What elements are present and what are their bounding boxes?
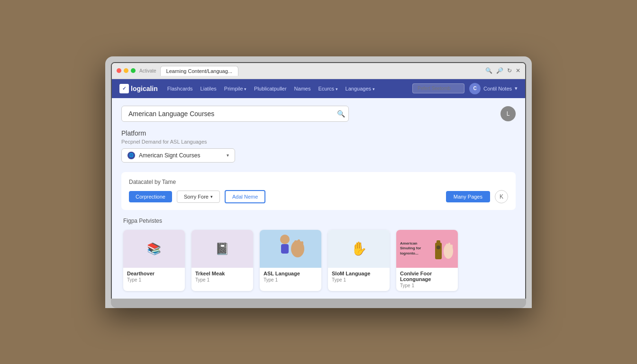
course-card-3[interactable]: ASL Language Type 1 (260, 230, 321, 291)
nav-right: C Contil Notes ▾ (412, 83, 518, 94)
search-icon-1[interactable]: 🔍 (485, 67, 492, 74)
filter-section: Datacatel by Tame Corprectione Sorry For… (121, 172, 516, 210)
svg-rect-7 (437, 240, 440, 244)
nav-logo: ✓ logicalin (119, 84, 158, 93)
traffic-lights (117, 68, 136, 73)
cards-grid: 📚 Dearthover Type 1 📓 Trkeel M (123, 230, 514, 291)
svg-rect-12 (451, 245, 453, 249)
maximize-button[interactable] (131, 68, 136, 73)
course-card-4[interactable]: ✋ SloM Language Type 1 (328, 230, 390, 291)
browser-chrome: Activate Learning Content/Languag... 🔍 🔎… (112, 63, 525, 79)
card-thumb-2: 📓 (191, 230, 253, 268)
nav-names[interactable]: Names (294, 86, 311, 91)
corrections-button[interactable]: Corprectione (129, 191, 172, 202)
nav-user: C Contil Notes ▾ (469, 83, 518, 94)
chevron-down-icon: ▾ (227, 153, 229, 158)
nav-flashcards[interactable]: Flashcards (167, 86, 193, 91)
add-name-button[interactable]: Adal Neme (225, 190, 265, 203)
svg-rect-3 (294, 240, 297, 247)
card-type-2: Type 1 (195, 277, 249, 282)
main-content: 🔍 L Platform Pecpnel Demand for ASL Lang… (112, 98, 525, 299)
laptop-base (111, 299, 526, 308)
card-body-5: Conlvie Foor Lcongunage Type 1 (396, 268, 458, 291)
user-initial: C (473, 86, 476, 91)
search-icon-2[interactable]: 🔎 (496, 67, 503, 74)
nav-search-input[interactable] (412, 83, 464, 93)
card-title-3: ASL Language (264, 271, 318, 276)
card-illustration-3 (260, 230, 321, 268)
card-type-5: Type 1 (400, 283, 454, 288)
filter-title: Datacatel by Tame (129, 179, 508, 185)
nav-languages[interactable]: Languages (346, 86, 375, 91)
svg-rect-11 (448, 243, 450, 249)
user-label: Contil Notes (483, 86, 512, 91)
card-body-4: SloM Language Type 1 (328, 268, 390, 285)
filter-buttons: Corprectione Sorry Fore Adal Neme Many P… (129, 190, 508, 203)
hand-illustration (433, 233, 454, 264)
platform-dropdown-icon: 🌐 (127, 152, 135, 159)
minimize-button[interactable] (124, 68, 128, 73)
card-thumb-4: ✋ (328, 230, 390, 268)
card-body-2: Trkeel Meak Type 1 (191, 268, 253, 285)
card-overlay-text: American Sinuling for logrento... (400, 241, 426, 256)
card-title-1: Dearthover (127, 271, 181, 276)
platform-section: Platform Pecpnel Demand for ASL Language… (121, 129, 516, 163)
circle-k-button[interactable]: K (495, 190, 508, 203)
course-card-5[interactable]: American Sinuling for logrento... (396, 230, 458, 291)
laptop-screen: Activate Learning Content/Languag... 🔍 🔎… (111, 62, 526, 300)
course-card-1[interactable]: 📚 Dearthover Type 1 (123, 230, 185, 291)
svg-rect-10 (446, 244, 448, 249)
card-type-3: Type 1 (264, 277, 318, 282)
search-input-wrapper: 🔍 (121, 106, 349, 122)
browser-address-start: Activate (139, 68, 156, 73)
card-icon-2: 📓 (215, 242, 229, 255)
tab-label: Learning Content/Languag... (166, 68, 232, 74)
card-type-4: Type 1 (332, 277, 386, 282)
card-body-1: Dearthover Type 1 (123, 268, 185, 285)
card-type-1: Type 1 (127, 277, 181, 282)
platform-sublabel: Pecpnel Demand for ASL Languages (121, 139, 516, 145)
close-button[interactable] (117, 68, 121, 73)
card-icon-1: 📚 (147, 242, 161, 255)
minimize-icon[interactable]: ✕ (516, 67, 520, 74)
asl-illustration (272, 231, 309, 266)
search-container: 🔍 L (121, 106, 516, 122)
svg-rect-1 (281, 244, 289, 254)
nav-liatiles[interactable]: Liatiles (200, 86, 217, 91)
laptop-outer: Activate Learning Content/Languag... 🔍 🔎… (105, 56, 532, 308)
card-title-2: Trkeel Meak (195, 271, 249, 276)
card-icon-4: ✋ (351, 241, 367, 256)
refresh-icon[interactable]: ↻ (507, 67, 512, 74)
card-title-5: Conlvie Foor Lcongunage (400, 271, 454, 282)
navbar: ✓ logicalin Flashcards Liatiles Primpile… (112, 79, 525, 98)
card-thumb-5: American Sinuling for logrento... (396, 230, 458, 268)
search-icon[interactable]: 🔍 (337, 110, 345, 118)
cards-section: Figpa Petvistes 📚 Dearthover Type 1 (121, 218, 516, 291)
browser-tab[interactable]: Learning Content/Languag... (160, 66, 238, 76)
cards-section-title: Figpa Petvistes (123, 218, 514, 224)
many-pages-button[interactable]: Many Pages (446, 191, 490, 202)
svg-rect-5 (301, 241, 303, 247)
nav-primpile[interactable]: Primpile (224, 86, 246, 91)
svg-point-8 (437, 246, 440, 249)
svg-point-0 (280, 235, 290, 244)
card-thumb-1: 📚 (123, 230, 185, 268)
platform-label: Platform (121, 129, 516, 137)
nav-plublicatpuller[interactable]: Plublicatpuller (254, 86, 286, 91)
nav-links: Flashcards Liatiles Primpile Plublicatpu… (167, 86, 375, 91)
logo-text: logicalin (131, 85, 158, 92)
course-card-2[interactable]: 📓 Trkeel Meak Type 1 (191, 230, 253, 291)
card-title-4: SloM Language (332, 271, 386, 276)
sorry-fore-button[interactable]: Sorry Fore (177, 191, 220, 203)
user-avatar: C (469, 83, 481, 94)
nav-ecurcs[interactable]: Ecurcs (318, 86, 337, 91)
user-circle-icon: L (500, 106, 516, 121)
platform-dropdown[interactable]: 🌐 American Signt Courses ▾ (121, 148, 235, 163)
user-dropdown-icon[interactable]: ▾ (515, 85, 518, 91)
logo-icon: ✓ (119, 84, 129, 93)
platform-dropdown-value: American Signt Courses (139, 152, 200, 159)
search-input[interactable] (121, 106, 349, 122)
browser-icons: 🔍 🔎 ↻ ✕ (485, 67, 520, 74)
svg-rect-4 (298, 239, 300, 246)
card-body-3: ASL Language Type 1 (260, 268, 321, 285)
